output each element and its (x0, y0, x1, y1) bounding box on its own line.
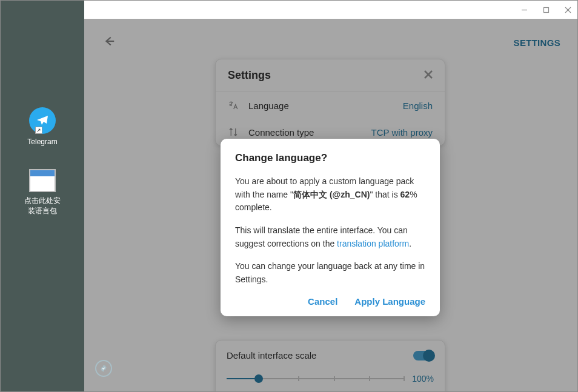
app-content: SETTINGS Settings Language English (84, 19, 578, 392)
change-language-dialog: Change language? You are about to apply … (221, 139, 440, 316)
dialog-para-2: This will translate the entire interface… (235, 224, 425, 250)
cancel-button[interactable]: Cancel (308, 296, 337, 307)
titlebar (84, 1, 578, 19)
desktop-icon-label: 点击此处安装语言包 (24, 196, 61, 216)
dialog-para-1: You are about to apply a custom language… (235, 175, 425, 214)
desktop-icon-langpack[interactable]: 点击此处安装语言包 (24, 169, 61, 216)
verified-badge-icon (95, 360, 112, 377)
shortcut-arrow-icon: ↗ (35, 127, 42, 134)
dialog-actions: Cancel Apply Language (235, 296, 425, 307)
apply-language-button[interactable]: Apply Language (354, 296, 425, 307)
maximize-button[interactable] (535, 1, 557, 19)
svg-rect-1 (543, 7, 548, 12)
dialog-para-3: You can change your language back at any… (235, 260, 425, 286)
desktop-background: ↗ Telegram 点击此处安装语言包 (1, 1, 84, 392)
telegram-window: SETTINGS Settings Language English (84, 1, 578, 392)
minimize-button[interactable] (513, 1, 535, 19)
close-window-button[interactable] (557, 1, 578, 19)
dialog-title: Change language? (235, 152, 425, 164)
desktop-icon-label: Telegram (24, 138, 61, 146)
desktop-icon-telegram[interactable]: ↗ Telegram (24, 107, 61, 146)
dialog-body: You are about to apply a custom language… (235, 175, 425, 287)
translation-platform-link[interactable]: translation platform (337, 239, 409, 248)
telegram-icon: ↗ (29, 107, 56, 134)
file-icon (29, 169, 56, 192)
